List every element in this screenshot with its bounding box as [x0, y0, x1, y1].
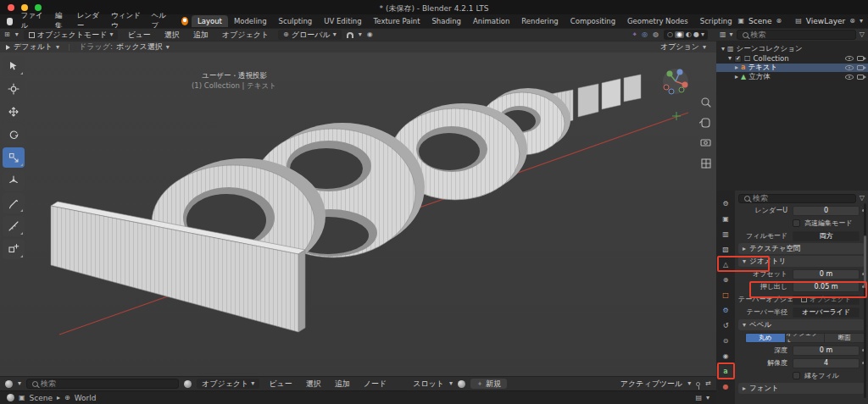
workspace-tab-texture-paint[interactable]: Texture Paint	[368, 15, 426, 27]
workspace-tab-uv-editing[interactable]: UV Editing	[318, 15, 367, 27]
disable-render-icon[interactable]	[857, 56, 864, 61]
chevron-down-icon[interactable]: ▾	[730, 31, 733, 38]
snap-chevron-icon[interactable]: ▾	[359, 31, 362, 38]
tool-preset-dropdown[interactable]: デフォルト	[14, 42, 53, 53]
chevron-down-icon[interactable]: ▾	[166, 44, 170, 51]
properties-tab-modifiers[interactable]: ⚙	[716, 304, 735, 318]
disclosure-icon[interactable]: ▸	[735, 64, 738, 71]
apple-menu-icon[interactable]	[7, 18, 13, 25]
hide-viewport-icon[interactable]	[845, 56, 854, 61]
tool-cursor[interactable]	[3, 79, 25, 99]
filter-icon[interactable]: ▽	[860, 195, 865, 202]
bevel-depth-field[interactable]: 0 m	[793, 346, 860, 356]
editor-type-chevron-icon[interactable]: ▾	[18, 380, 21, 387]
pin-icon[interactable]	[696, 382, 700, 386]
outliner-search-input[interactable]: 検索	[737, 30, 856, 40]
menu-view[interactable]: ビュー	[123, 30, 154, 41]
workspace-tab-modeling[interactable]: Modeling	[228, 15, 273, 27]
transform-orientation-dropdown[interactable]: ⊕ グローバル ▾	[278, 30, 342, 40]
menu-add[interactable]: 追加	[189, 30, 213, 41]
editor-type-icon[interactable]: ⊞	[4, 31, 10, 38]
scene-selector[interactable]: Scene	[748, 17, 771, 25]
properties-tab-particles[interactable]: ◉	[716, 350, 735, 363]
node-menu-select[interactable]: 選択	[302, 379, 326, 390]
shader-type-dropdown[interactable]: オブジェクト ▾	[197, 379, 259, 389]
node-menu-node[interactable]: ノード	[359, 379, 391, 390]
disclosure-icon[interactable]: ▾	[728, 55, 732, 62]
mode-dropdown[interactable]: オブジェクトモード ▾	[24, 30, 119, 40]
active-tool-dropdown[interactable]: アクティブツール	[620, 379, 682, 390]
3d-text-object[interactable]	[51, 75, 641, 332]
chevron-down-icon[interactable]: ▾	[56, 44, 59, 51]
outliner-editor-icon[interactable]: ▥	[720, 31, 726, 38]
snap-magnet-icon[interactable]	[347, 32, 353, 38]
tool-annotate[interactable]	[3, 193, 25, 213]
disable-render-icon[interactable]	[857, 75, 864, 80]
orthographic-grid-icon[interactable]	[702, 159, 710, 168]
chevron-down-icon[interactable]: ▾	[860, 18, 863, 25]
blender-logo-icon[interactable]	[181, 17, 188, 25]
workspace-tab-geometry-nodes[interactable]: Geometry Nodes	[621, 15, 694, 27]
properties-tab-material[interactable]: ●	[716, 380, 735, 394]
node-menu-view[interactable]: ビュー	[264, 379, 296, 390]
menu-object[interactable]: オブジェクト	[218, 30, 273, 41]
properties-tab-constraints[interactable]: ⊝	[716, 335, 735, 348]
render-u-field[interactable]: 0	[793, 206, 860, 216]
menu-select[interactable]: 選択	[160, 30, 184, 41]
proportional-edit-icon[interactable]: ◉	[367, 31, 373, 38]
workspace-tab-rendering[interactable]: Rendering	[515, 15, 564, 27]
chevron-down-icon[interactable]: ▾	[449, 380, 453, 387]
viewlayer-unlink-icon[interactable]: ⊗	[849, 18, 855, 25]
breadcrumb-world[interactable]: World	[75, 394, 97, 402]
taper-radius-dropdown[interactable]: オーバーライド	[793, 307, 860, 318]
options-dropdown[interactable]: オプション	[660, 42, 699, 53]
viewlayer-selector[interactable]: ViewLayer	[806, 17, 845, 25]
outliner-item-scene-collection[interactable]: ▾ ▥ シーンコレクション	[716, 45, 868, 53]
slot-dropdown[interactable]: スロット	[413, 379, 444, 390]
collection-checkbox[interactable]	[734, 55, 742, 63]
snap-node-icon[interactable]: ▤	[695, 395, 702, 401]
bevel-mode-object[interactable]: オブジェクト	[786, 334, 826, 342]
bevel-mode-profile[interactable]: 断面	[825, 334, 864, 342]
shading-wireframe-icon[interactable]: ○	[667, 31, 673, 38]
shading-material-icon[interactable]: ◐	[686, 31, 692, 38]
navigation-gizmo[interactable]	[663, 69, 688, 94]
workspace-tab-compositing[interactable]: Compositing	[565, 15, 621, 27]
viewport-canvas[interactable]	[0, 53, 716, 376]
workspace-tab-shading[interactable]: Shading	[426, 15, 467, 27]
properties-tab-scene[interactable]: △	[716, 258, 735, 272]
properties-tab-physics[interactable]: ↺	[716, 319, 735, 333]
new-material-button[interactable]: ＋ 新規	[470, 379, 507, 389]
outliner-item-cube[interactable]: ▸ ▲ 立方体	[716, 73, 868, 81]
scene-unlink-icon[interactable]: ⊗	[776, 18, 782, 25]
tool-measure[interactable]	[3, 216, 25, 236]
workspace-tab-layout[interactable]: Layout	[192, 15, 228, 27]
workspace-tab-sculpting[interactable]: Sculpting	[273, 15, 319, 27]
shading-solid-icon[interactable]: ◉	[675, 31, 684, 38]
properties-tab-render[interactable]: ▣	[716, 213, 735, 226]
properties-scrollbar[interactable]	[864, 203, 866, 398]
disable-render-icon[interactable]	[857, 65, 864, 70]
tool-rotate[interactable]	[3, 125, 25, 145]
chevron-down-icon[interactable]: ▾	[703, 44, 706, 51]
hide-viewport-icon[interactable]	[845, 65, 854, 70]
outliner-item-text[interactable]: ▸ a テキスト	[716, 64, 868, 72]
fill-caps-checkbox[interactable]	[793, 372, 800, 379]
font-section[interactable]: ▸ フォント	[738, 383, 865, 394]
shading-chevron-icon[interactable]: ▾	[701, 31, 704, 38]
extrude-field[interactable]: 0.05 m	[793, 282, 860, 292]
properties-search-input[interactable]: 検索	[738, 194, 856, 203]
hide-viewport-icon[interactable]	[845, 75, 854, 80]
breadcrumb-scene[interactable]: Scene	[30, 394, 53, 402]
outliner-item-collection[interactable]: ▾ □ Collection	[716, 54, 868, 63]
properties-tab-tool[interactable]: ⚙	[716, 197, 735, 211]
geometry-section[interactable]: ▾ ジオメトリ	[738, 256, 865, 267]
disclosure-icon[interactable]: ▸	[735, 74, 738, 80]
workspace-tab-animation[interactable]: Animation	[467, 15, 515, 27]
drag-mode-dropdown[interactable]: ボックス選択	[116, 42, 163, 53]
chevron-down-icon[interactable]: ▾	[706, 395, 709, 401]
properties-tab-view-layer[interactable]: ▧	[716, 243, 735, 257]
overlays-toggle-icon[interactable]: ◎	[642, 31, 648, 38]
material-browse-icon[interactable]	[458, 380, 465, 388]
properties-tab-world[interactable]: ⊕	[716, 274, 735, 287]
